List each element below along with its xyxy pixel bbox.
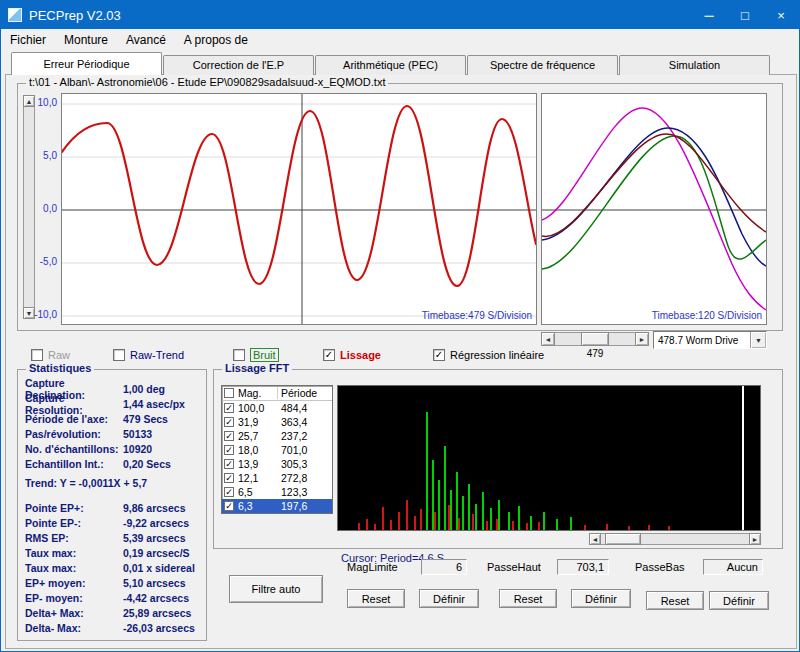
- raw-checkbox[interactable]: Raw: [31, 348, 70, 362]
- bruit-checkbox[interactable]: Bruit: [233, 348, 279, 362]
- stat-row: RMS EP:5,39 arcsecs: [25, 530, 201, 545]
- regression-checkbox-box[interactable]: ✓: [433, 349, 445, 361]
- trend-row: Trend: Y = -0,0011X + 5,7: [25, 477, 201, 492]
- menu-avance[interactable]: Avancé: [117, 31, 175, 49]
- close-button[interactable]: ×: [763, 1, 799, 29]
- stat-value: 0,19 arcsec/S: [123, 547, 201, 559]
- fft-row-checkbox[interactable]: ✓: [224, 417, 234, 427]
- stat-label: Taux max:: [25, 547, 123, 559]
- minimize-button[interactable]: ─: [691, 1, 727, 29]
- passebas-value[interactable]: Aucun: [703, 559, 763, 575]
- tab-erreur-periodique[interactable]: Erreur Périodique: [11, 52, 162, 75]
- fft-component-list[interactable]: Mag. Période ✓100,0484,4 ✓31,9363,4 ✓25,…: [221, 385, 333, 514]
- lissage-checkbox-box[interactable]: ✓: [323, 349, 335, 361]
- filtre-auto-button[interactable]: Filtre auto: [229, 575, 323, 603]
- fft-scroll-left-icon[interactable]: ◄: [589, 533, 601, 545]
- bruit-checkbox-box[interactable]: [233, 349, 245, 361]
- menu-a-propos[interactable]: A propos de: [175, 31, 257, 49]
- stat-label: Pointe EP+:: [25, 502, 123, 514]
- stat-value: -4,42 arcsecs: [123, 592, 201, 604]
- scroll-right-icon[interactable]: ►: [635, 332, 649, 346]
- passebas-label: PasseBas: [635, 561, 685, 573]
- fft-row-checkbox[interactable]: ✓: [224, 473, 234, 483]
- timebase-right-label: Timebase:120 S/Division: [592, 310, 762, 321]
- regression-checkbox[interactable]: ✓ Régression linéaire: [433, 348, 544, 362]
- fft-mag: 100,0: [238, 402, 278, 414]
- raw-trend-checkbox-box[interactable]: [113, 349, 125, 361]
- y-tick-neg10: -10,0: [33, 309, 57, 320]
- stat-label: Pointe EP-:: [25, 517, 123, 529]
- passehaut-label: PasseHaut: [487, 561, 541, 573]
- maglimite-definir-button[interactable]: Définir: [419, 589, 479, 608]
- fft-col-mag[interactable]: Mag.: [238, 387, 278, 399]
- stat-value: 5,10 arcsecs: [123, 577, 201, 589]
- fft-spectrum-plot: [338, 386, 760, 530]
- raw-trend-label: Raw-Trend: [130, 349, 184, 361]
- maglimite-reset-button[interactable]: Reset: [347, 589, 405, 608]
- worm-cycle-plot: [542, 94, 766, 324]
- worm-drive-dropdown[interactable]: 478.7 Worm Drive ▼: [653, 331, 767, 349]
- stat-row: Echantillon Int.:0,20 Secs: [25, 456, 201, 471]
- raw-trend-checkbox[interactable]: Raw-Trend: [113, 348, 184, 362]
- stat-label: EP- moyen:: [25, 592, 123, 604]
- fft-mag: 18,0: [238, 444, 278, 456]
- worm-scrollbar-thumb[interactable]: [581, 332, 609, 346]
- passebas-definir-button[interactable]: Définir: [709, 591, 769, 610]
- worm-cycle-chart[interactable]: Timebase:120 S/Division: [541, 93, 767, 325]
- stat-label: Taux max:: [25, 562, 123, 574]
- fft-row-checkbox[interactable]: ✓: [224, 487, 234, 497]
- main-ep-chart[interactable]: Timebase:479 S/Division: [61, 93, 537, 325]
- fft-list-row-selected[interactable]: ✓6,3197,6: [222, 499, 332, 513]
- fft-scrollbar-thumb[interactable]: [605, 533, 641, 545]
- fft-col-period[interactable]: Période: [278, 387, 332, 399]
- stat-value: -26,03 arcsecs: [123, 622, 201, 634]
- stat-row: Capture Resolution:1,44 asec/px: [25, 396, 201, 411]
- fft-header-checkbox[interactable]: [224, 388, 234, 398]
- fft-list-row[interactable]: ✓12,1272,8: [222, 471, 332, 485]
- y-tick-0: 0,0: [33, 203, 57, 214]
- fft-row-checkbox[interactable]: ✓: [224, 459, 234, 469]
- fft-list-row[interactable]: ✓18,0701,0: [222, 443, 332, 457]
- passehaut-definir-button[interactable]: Définir: [571, 589, 631, 608]
- bruit-label: Bruit: [250, 348, 279, 362]
- stat-value: 25,89 arcsecs: [123, 607, 201, 619]
- y-tick-neg5: -5,0: [33, 256, 57, 267]
- fft-row-checkbox[interactable]: ✓: [224, 403, 234, 413]
- tab-correction-ep[interactable]: Correction de l'E.P: [163, 55, 314, 75]
- timebase-main-label: Timebase:479 S/Division: [362, 310, 532, 321]
- maximize-button[interactable]: □: [727, 1, 763, 29]
- pecprep-window: PECPrep V2.03 ─ □ × Fichier Monture Avan…: [0, 0, 800, 652]
- titlebar[interactable]: PECPrep V2.03 ─ □ ×: [1, 1, 799, 29]
- tab-spectre-frequence[interactable]: Spectre de fréquence: [467, 55, 618, 75]
- passehaut-reset-button[interactable]: Reset: [499, 589, 557, 608]
- passebas-reset-button[interactable]: Reset: [646, 591, 704, 610]
- stat-value: 1,44 asec/px: [123, 398, 201, 410]
- fft-row-checkbox[interactable]: ✓: [224, 501, 234, 511]
- lissage-checkbox[interactable]: ✓ Lissage: [323, 348, 381, 362]
- tabstrip: Erreur Périodique Correction de l'E.P Ar…: [11, 52, 771, 75]
- fft-period: 123,3: [278, 486, 332, 498]
- tab-arithmetique-pec[interactable]: Arithmétique (PEC): [315, 55, 466, 75]
- tab-simulation[interactable]: Simulation: [619, 55, 770, 75]
- raw-checkbox-box[interactable]: [31, 349, 43, 361]
- stat-label: EP+ moyen:: [25, 577, 123, 589]
- scroll-left-icon[interactable]: ◄: [541, 332, 555, 346]
- menu-monture[interactable]: Monture: [55, 31, 117, 49]
- fft-scroll-right-icon[interactable]: ►: [749, 533, 761, 545]
- fft-list-row[interactable]: ✓25,7237,2: [222, 429, 332, 443]
- fft-row-checkbox[interactable]: ✓: [224, 431, 234, 441]
- maglimite-value[interactable]: 6: [421, 559, 467, 575]
- menu-fichier[interactable]: Fichier: [1, 31, 55, 49]
- stats-rows: Capture Declination:1,00 deg Capture Res…: [25, 381, 201, 635]
- fft-list-row[interactable]: ✓31,9363,4: [222, 415, 332, 429]
- y-tick-10: 10,0: [33, 97, 57, 108]
- fft-list-row[interactable]: ✓6,5123,3: [222, 485, 332, 499]
- fft-list-row[interactable]: ✓100,0484,4: [222, 401, 332, 415]
- fft-list-row[interactable]: ✓13,9305,3: [222, 457, 332, 471]
- fft-period: 701,0: [278, 444, 332, 456]
- fft-spectrum-chart[interactable]: [337, 385, 761, 531]
- chevron-down-icon[interactable]: ▼: [750, 332, 766, 348]
- fft-period: 197,6: [278, 500, 332, 512]
- passehaut-value[interactable]: 703,1: [557, 559, 609, 575]
- fft-row-checkbox[interactable]: ✓: [224, 445, 234, 455]
